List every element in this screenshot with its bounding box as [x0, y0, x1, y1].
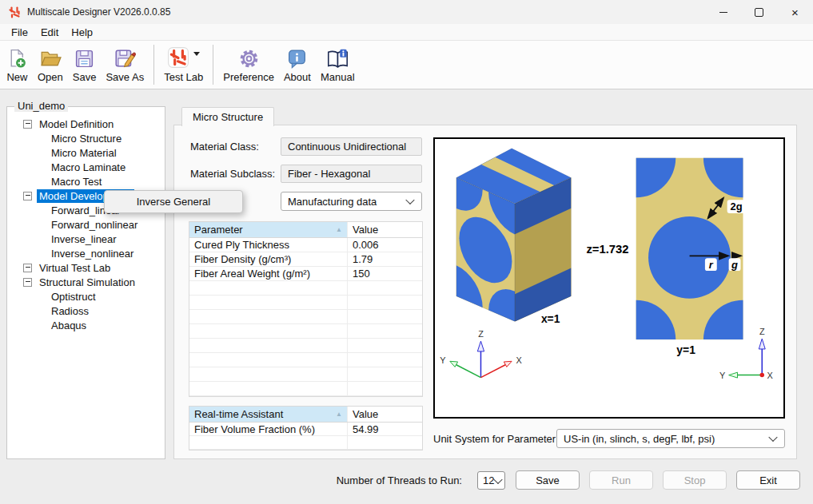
- menu-help[interactable]: Help: [65, 24, 99, 40]
- new-button[interactable]: New: [2, 42, 32, 87]
- tree-item[interactable]: Abaqus: [7, 318, 165, 332]
- tree-item-label[interactable]: Inverse_nonlinear: [49, 247, 136, 260]
- menu-file[interactable]: File: [5, 24, 34, 40]
- table-row[interactable]: [189, 382, 422, 396]
- parameter-table: Parameter▲ValueCured Ply Thickness0.006F…: [189, 221, 423, 397]
- save-as-button[interactable]: Save As: [102, 42, 148, 87]
- tree-item-label[interactable]: Micro Material: [49, 146, 119, 160]
- save-button[interactable]: Save: [69, 42, 101, 87]
- tree-item-label[interactable]: Macro Laminate: [49, 161, 128, 174]
- about-icon: [286, 46, 308, 70]
- table-row[interactable]: [189, 281, 422, 296]
- assistant-table: Real-time Assistant▲ValueFiber Volume Fr…: [189, 406, 423, 450]
- threads-dropdown[interactable]: 12: [477, 471, 505, 490]
- unit-system-label: Unit System for Parameter:: [433, 430, 559, 448]
- collapse-icon[interactable]: [23, 278, 32, 287]
- tree-item[interactable]: Micro Material: [7, 145, 165, 160]
- about-button[interactable]: About: [280, 42, 315, 87]
- table-row[interactable]: Cured Ply Thickness0.006: [189, 238, 422, 252]
- collapse-icon[interactable]: [23, 264, 32, 272]
- tree-item-label[interactable]: Structural Simulation: [37, 276, 137, 289]
- material-subclass-field: Fiber - Hexagonal: [281, 165, 422, 183]
- axis-y-label: Y: [719, 371, 726, 380]
- tree-item[interactable]: Macro Test: [7, 174, 165, 189]
- sort-ascending-icon: ▲: [336, 411, 342, 418]
- tree-item[interactable]: Micro Structure: [7, 131, 165, 145]
- tree-item-label[interactable]: Inverse_linear: [49, 232, 119, 246]
- preference-button[interactable]: Preference: [219, 42, 278, 87]
- tab-micro-structure[interactable]: Micro Structure: [181, 107, 274, 126]
- material-class-field: Continuous Unidirectional: [281, 137, 422, 156]
- table-row[interactable]: [189, 436, 422, 450]
- exit-button[interactable]: Exit: [736, 470, 800, 490]
- maximize-button[interactable]: [741, 0, 777, 24]
- tree-item[interactable]: Inverse_linear: [7, 232, 165, 246]
- tree-item[interactable]: Optistruct: [7, 289, 165, 304]
- open-folder-icon: [39, 46, 62, 70]
- save-project-button[interactable]: Save: [516, 470, 580, 490]
- test-lab-button[interactable]: Test Lab: [160, 42, 207, 87]
- tree-item[interactable]: Inverse_nonlinear: [7, 246, 165, 260]
- maximize-icon: [755, 8, 763, 17]
- menu-edit[interactable]: Edit: [34, 24, 65, 40]
- table-row[interactable]: [189, 324, 422, 339]
- y-dimension-label: y=1: [676, 343, 695, 356]
- table-row[interactable]: [189, 310, 422, 324]
- table-row[interactable]: [189, 339, 422, 353]
- tree-item-label[interactable]: Optistruct: [49, 290, 98, 304]
- table-row[interactable]: [189, 353, 422, 367]
- menu-bar: File Edit Help: [0, 24, 813, 40]
- open-button[interactable]: Open: [34, 42, 67, 87]
- tree-item[interactable]: Model Definition: [7, 117, 165, 131]
- application-window: Multiscale Designer V2026.0.0.85 × File …: [0, 0, 813, 504]
- tree-item[interactable]: Radioss: [7, 304, 165, 318]
- chevron-down-icon: [405, 196, 414, 204]
- manual-icon: [326, 46, 349, 70]
- axis-y-label: Y: [440, 355, 446, 365]
- run-button[interactable]: Run: [589, 470, 653, 490]
- tree-item-label[interactable]: Model Definition: [37, 117, 116, 131]
- new-file-icon: [6, 46, 28, 70]
- tree-item-label[interactable]: Radioss: [49, 304, 91, 318]
- window-title: Multiscale Designer V2026.0.0.85: [27, 6, 170, 18]
- tree-item[interactable]: Macro Laminate: [7, 160, 165, 174]
- chevron-down-icon[interactable]: [193, 52, 200, 56]
- chevron-down-icon: [768, 433, 777, 442]
- minimize-button[interactable]: [705, 0, 741, 24]
- collapse-icon[interactable]: [23, 192, 32, 200]
- tree-item-label[interactable]: Forward_nonlinear: [49, 218, 140, 232]
- axis-x-label: X: [516, 355, 522, 365]
- stop-button[interactable]: Stop: [663, 470, 727, 490]
- project-tree-panel: Model DefinitionMicro StructureMicro Mat…: [6, 106, 165, 459]
- chevron-down-icon: [493, 474, 502, 483]
- threads-label: Number of Threads to Run:: [320, 470, 462, 490]
- collapse-icon[interactable]: [23, 120, 32, 129]
- micro-structure-panel: Material Class: Continuous Unidirectiona…: [173, 125, 797, 459]
- context-menu-item[interactable]: Inverse General: [137, 196, 211, 208]
- axis-z-label: Z: [478, 329, 484, 339]
- column-header[interactable]: Value: [348, 407, 422, 422]
- tree-item-label[interactable]: Abaqus: [49, 319, 89, 332]
- tree-item[interactable]: Virtual Test Lab: [7, 260, 165, 275]
- tree-item[interactable]: Forward_nonlinear: [7, 217, 165, 232]
- table-row[interactable]: Fiber Density (g/cm³)1.79: [189, 252, 422, 267]
- manual-button[interactable]: Manual: [317, 42, 359, 87]
- tree-item-label[interactable]: Virtual Test Lab: [37, 261, 113, 275]
- column-header[interactable]: Real-time Assistant▲: [189, 407, 348, 422]
- close-button[interactable]: ×: [777, 0, 813, 24]
- material-class-label: Material Class:: [190, 137, 259, 156]
- table-row[interactable]: Fiber Volume Fraction (%)54.99: [189, 423, 422, 436]
- tree-item-label[interactable]: Macro Test: [49, 175, 104, 189]
- tree-item-label[interactable]: Micro Structure: [49, 132, 124, 145]
- table-row[interactable]: [189, 296, 422, 310]
- data-source-dropdown[interactable]: Manufacturing data: [281, 192, 422, 211]
- toolbar: New Open Save: [0, 40, 813, 89]
- unit-system-dropdown[interactable]: US-in (in, slinch, s, degF, lbf, psi): [556, 429, 785, 448]
- save-as-icon: [114, 46, 136, 70]
- column-header[interactable]: Value: [348, 222, 422, 237]
- test-lab-icon: [167, 46, 189, 71]
- table-row[interactable]: [189, 367, 422, 382]
- table-row[interactable]: Fiber Areal Weight (g/m²)150: [189, 267, 422, 281]
- column-header[interactable]: Parameter▲: [189, 222, 348, 237]
- tree-item[interactable]: Structural Simulation: [7, 275, 165, 289]
